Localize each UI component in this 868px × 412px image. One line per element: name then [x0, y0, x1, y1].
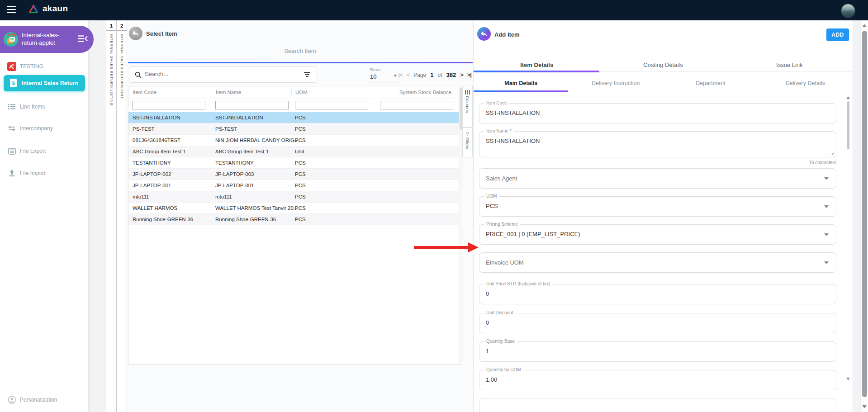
workspace-tab-listing[interactable]: 1 INTERNAL SALES RETURN LISTING [106, 20, 117, 412]
first-page-button[interactable]: |< [398, 71, 402, 78]
columns-tool-button[interactable]: Columns [462, 86, 473, 128]
scroll-up-arrow[interactable] [862, 24, 867, 27]
table-row[interactable]: JP-LAPTOP-001 JP-LAPTOP-001 PCS [128, 180, 459, 191]
page-current: 1 [430, 71, 433, 78]
applet-name: Internal-sales- return-applet [22, 31, 59, 47]
user-avatar[interactable] [841, 4, 855, 18]
tab-issue-link[interactable]: Issue Link [726, 59, 853, 72]
pricing-scheme-select[interactable]: Pricing Scheme PRICE_001 | 0 (EMP_LIST_P… [479, 224, 836, 245]
sidebar-item-label: Intercompany [20, 125, 53, 132]
table-row[interactable]: mto111 mto111 PCS [128, 191, 459, 203]
cell-uom: PCS [295, 126, 306, 132]
applet-header[interactable]: Internal-sales- return-applet [0, 26, 94, 53]
column-header-system-stock-balance[interactable]: System Stock Balance [399, 90, 451, 95]
subtab-main-details[interactable]: Main Details [474, 78, 569, 90]
main-scrollbar-thumb[interactable] [862, 31, 867, 397]
chevron-down-icon [824, 205, 829, 208]
app-root: akaun Internal-sales- return-applet [0, 0, 868, 412]
subtab-delivery-details[interactable]: Delivery Details [758, 78, 853, 90]
item-code-field[interactable]: Item Code SST-INSTALLATION [479, 103, 836, 123]
workspace-tab-strip: 1 INTERNAL SALES RETURN LISTING 2 INTERN… [106, 20, 127, 412]
sidebar-item-intercompany[interactable]: Intercompany [0, 123, 88, 134]
tab-costing-details[interactable]: Costing Details [600, 59, 726, 72]
person-icon [7, 395, 16, 404]
sidebar-item-file-import[interactable]: File Import [0, 168, 88, 179]
table-row[interactable]: WALLET HARMOS WALLET HARMOS Test Tanvir … [128, 203, 459, 214]
subtab-delivery-instruction[interactable]: Delivery Instruction [569, 78, 664, 90]
einvoice-uom-select[interactable]: EInvoice UOM [479, 252, 836, 273]
sidebar-item-label: File Export [20, 148, 46, 154]
form-scroll-down-arrow[interactable] [846, 378, 850, 380]
sidebar-item-file-export[interactable]: File Export [0, 146, 88, 156]
funnel-icon: ▽ [466, 132, 469, 136]
last-page-button[interactable]: >| [467, 71, 471, 78]
cell-item-name: TESTANTHONY [215, 160, 254, 166]
table-row[interactable]: Running Shoe-GREEN-36 Running Shoe-GREEN… [128, 214, 459, 225]
search-input[interactable] [145, 71, 280, 77]
column-header-uom[interactable]: UOM [291, 90, 308, 95]
add-item-panel: Add Item ADD Item Details Costing Detail… [474, 20, 853, 412]
search-item-tab[interactable]: Search Item [127, 47, 473, 54]
sidebar-item-personalization[interactable]: Personalization [0, 394, 88, 405]
filters-tool-label: Filters [465, 137, 470, 149]
resize-grip-icon[interactable] [830, 151, 834, 155]
uom-select[interactable]: UOM PCS [479, 196, 836, 217]
table-row[interactable]: SST-INSTALLATION SST-INSTALLATION PCS [128, 112, 459, 123]
sidebar-item-testing[interactable]: TESTING [0, 61, 88, 72]
filter-input-system-stock-balance[interactable] [380, 101, 453, 109]
scroll-down-arrow[interactable] [862, 405, 867, 408]
sidebar-item-internal-sales-return[interactable]: $ Internal Sales Return [4, 75, 85, 91]
hamburger-menu-icon[interactable] [7, 6, 16, 14]
filter-input-item-name[interactable] [215, 101, 289, 109]
field-label: Unit Price STD (Inclusive of tax) [484, 281, 553, 286]
akaun-logo-text: akaun [43, 4, 68, 14]
quantity-base-field[interactable]: Quantity Base 1 [479, 341, 836, 362]
cell-item-code: Running Shoe-GREEN-36 [133, 217, 193, 222]
column-header-item-code[interactable]: Item Code [133, 90, 157, 95]
rows-per-page-select[interactable]: Rows 10 [370, 67, 399, 80]
cell-item-name: JP-LAPTOP-001 [215, 183, 254, 188]
cell-uom: PCS [295, 194, 306, 199]
filter-list-icon[interactable] [304, 72, 310, 78]
table-scrollbar-thumb[interactable] [460, 88, 462, 130]
quantity-by-uom-field[interactable]: Quantity by UOM 1.00 [479, 370, 836, 390]
filters-tool-button[interactable]: ▽ Filters [462, 128, 473, 157]
workspace-tab-number: 2 [117, 20, 127, 31]
sidebar-item-line-items[interactable]: Line Items [0, 101, 88, 112]
filter-input-uom[interactable] [295, 101, 368, 109]
item-name-field[interactable]: Item Name * SST-INSTALLATION [479, 131, 836, 157]
prev-page-button[interactable]: < [407, 71, 410, 78]
menu-collapse-icon[interactable] [78, 35, 88, 43]
subtab-department[interactable]: Department [663, 78, 758, 90]
table-row[interactable]: JP-LAPTOP-002 JP-LAPTOP-003 PCS [128, 169, 459, 180]
form-scroll-up-arrow[interactable] [846, 96, 850, 99]
form-scrollbar-thumb[interactable] [847, 101, 849, 149]
select-item-back-button[interactable] [129, 27, 142, 40]
add-item-back-button[interactable] [477, 27, 491, 41]
unit-price-std-field[interactable]: Unit Price STD (Inclusive of tax) 0 [479, 284, 836, 304]
cell-item-name: mto111 [215, 194, 232, 199]
partial-next-field[interactable] [479, 398, 836, 412]
add-button[interactable]: ADD [826, 28, 849, 41]
cell-uom: PCS [295, 160, 306, 166]
field-label: Unit Discount [484, 310, 515, 315]
table-row[interactable]: ABC Group Item Test 1 ABC Group Item Tes… [128, 146, 459, 157]
sales-agent-select[interactable]: Sales Agent [479, 168, 836, 189]
field-value: SST-INSTALLATION [486, 137, 540, 144]
table-row[interactable]: 081364361846TEST NIN JIOM HERBAL CANDY O… [128, 135, 459, 146]
table-row[interactable]: PS-TEST PS-TEST PCS [128, 123, 459, 135]
applet-icon [3, 32, 19, 47]
workspace-tab-edit[interactable]: 2 INTERNAL SALES RETURN EDIT [117, 20, 127, 412]
field-label: Item Name * [484, 128, 514, 133]
next-page-button[interactable]: > [460, 71, 463, 78]
select-item-panel: Select Item Search Item Rows 10 |< < Pag… [127, 20, 473, 412]
cell-item-code: PS-TEST [133, 126, 155, 132]
column-header-item-name[interactable]: Item Name [212, 90, 241, 95]
unit-discount-field[interactable]: Unit Discount 0 [479, 313, 836, 333]
table-row[interactable]: TESTANTHONY TESTANTHONY PCS [128, 157, 459, 169]
testing-module-icon [7, 62, 16, 71]
field-label: UOM [484, 194, 499, 199]
filter-input-item-code[interactable] [132, 101, 205, 109]
chevron-down-icon [824, 177, 829, 180]
field-value: 0 [486, 319, 489, 326]
